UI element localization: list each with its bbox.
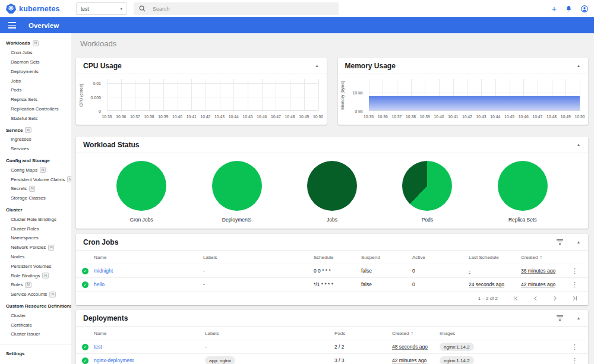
sidebar-item[interactable]: Daemon Sets [0,58,71,67]
sidebar-item[interactable]: Secrets N [0,184,71,194]
sidebar-item[interactable]: Namespaces [0,233,71,243]
sidebar-item-label: Service Accounts [11,292,47,297]
collapse-icon[interactable]: ▴ [576,63,581,68]
col-labels[interactable]: Labels [203,255,314,260]
sidebar-item[interactable]: Cron Jobs [0,48,71,58]
sidebar-item[interactable]: Persistent Volumes [0,261,71,271]
create-resource-button[interactable]: + [552,5,557,13]
sidebar-item[interactable]: Settings [0,349,71,359]
sidebar-item[interactable]: Roles N [0,280,71,290]
sidebar-item[interactable]: Persistent Volume Claims N [0,175,71,184]
first-page-icon[interactable] [513,296,519,301]
page-title: Workloads [80,39,588,48]
resource-link[interactable]: nginx-deployment [94,357,134,363]
collapse-icon[interactable]: ▴ [576,315,581,321]
cron-jobs-table-body: ✓ midnight - 0 0 * * * false 0 - 36 minu… [76,264,588,291]
collapse-icon[interactable]: ▴ [576,239,581,245]
row-menu-button[interactable]: ⋮ [569,267,580,274]
cell-labels: - [203,268,314,274]
namespace-value: test [81,6,89,12]
sidebar-item-label: Custom Resource Definitions [6,303,71,309]
sort-arrow-icon: ↑ [539,255,542,260]
col-images[interactable]: Images [440,331,569,336]
namespaced-badge: N [25,282,31,288]
status-pie-label: Jobs [327,217,337,223]
account-icon[interactable] [581,5,588,12]
cpu-usage-chart: CPU (cores) 00.0050.01 10:3510:3610:3710… [76,74,327,124]
col-created[interactable]: Created↑ [521,255,569,260]
col-schedule[interactable]: Schedule [314,255,361,260]
resource-link[interactable]: midnight [94,268,113,274]
col-pods[interactable]: Pods [334,331,392,336]
row-menu-button[interactable]: ⋮ [569,357,580,364]
sidebar-item-label: Certificate [11,322,32,328]
sidebar-item-label: Replica Sets [11,97,37,102]
search-input[interactable] [153,6,307,12]
sidebar-item-label: Config Maps [11,167,37,173]
sidebar-nav: Workloads N Cron Jobs Daemon Sets Deploy… [0,33,71,364]
sidebar-item[interactable]: Network Policies N [0,243,71,252]
sidebar-item[interactable]: Replication Controllers [0,105,71,114]
sidebar-item[interactable]: Config Maps N [0,165,71,175]
sidebar-item[interactable] [0,344,71,344]
sidebar-item[interactable]: Config and Storage [0,156,71,166]
collapse-icon[interactable]: ▴ [314,63,319,68]
sidebar-item[interactable]: Storage Classes [0,194,71,203]
status-ok-icon: ✓ [82,281,89,288]
col-labels[interactable]: Labels [205,331,334,336]
cell-created: 48 seconds ago [392,344,428,350]
sidebar-item[interactable]: Service N [0,125,71,135]
sidebar-item[interactable]: Cluster [0,205,71,215]
row-menu-button[interactable]: ⋮ [569,343,580,350]
sidebar-item[interactable]: Services [0,144,71,154]
col-created[interactable]: Created↑ [392,331,440,336]
sidebar-item[interactable]: Jobs [0,76,71,86]
sidebar-item[interactable]: Pods [0,86,71,95]
sidebar-item[interactable]: About [0,361,71,364]
sidebar-item[interactable]: Replica Sets [0,95,71,105]
col-active[interactable]: Active [412,255,469,260]
kubernetes-logo[interactable]: ☸ kubernetes [6,0,60,17]
sidebar-item[interactable]: Cluster [0,311,71,320]
app-bar: Overview [0,17,594,33]
collapse-icon[interactable]: ▴ [576,142,581,147]
sidebar-item-label: Network Policies [11,245,46,250]
sidebar-item[interactable]: Role Bindings N [0,271,71,280]
sidebar-item[interactable]: Certificate [0,320,71,330]
namespaced-badge: N [67,176,71,182]
cron-jobs-pagination: 1 – 2 of 2 [76,291,588,305]
col-name[interactable]: Name [94,331,205,336]
sidebar-item[interactable]: Stateful Sets [0,113,71,123]
row-menu-button[interactable]: ⋮ [569,281,580,288]
sidebar-item[interactable]: Nodes [0,252,71,262]
sidebar-item[interactable]: Service Accounts N [0,290,71,299]
deployments-card: Deployments ▴ Name Labels Pods Created↑ … [76,310,588,364]
notifications-bell-icon[interactable] [565,5,572,12]
sidebar-item[interactable]: Cluster Issuer [0,330,71,339]
prev-page-icon[interactable] [533,296,538,301]
sidebar-item[interactable]: Cluster Roles [0,224,71,233]
sidebar-item[interactable]: Deployments [0,67,71,76]
namespaced-badge: N [49,292,55,297]
col-last-schedule[interactable]: Last Schedule [469,255,521,260]
namespace-select[interactable]: test ▾ [76,2,127,15]
filter-icon[interactable] [557,239,563,245]
menu-hamburger-icon[interactable] [8,22,16,28]
filter-icon[interactable] [557,315,563,321]
sidebar-item[interactable]: Ingresses [0,135,71,144]
col-name[interactable]: Name [94,255,203,260]
resource-link[interactable]: hello [94,281,105,287]
sidebar-item[interactable]: Cluster Role Bindings [0,214,71,224]
cell-created: 36 minutes ago [521,268,555,274]
cpu-usage-header: CPU Usage ▴ [76,58,327,74]
last-page-icon[interactable] [572,296,577,301]
status-pie: Jobs [287,161,377,223]
resource-link[interactable]: test [94,344,102,350]
col-suspend[interactable]: Suspend [361,255,412,260]
sidebar-item-label: Secrets [11,186,27,191]
next-page-icon[interactable] [552,296,558,301]
sidebar-item[interactable]: Custom Resource Definitions [0,302,71,311]
search-bar[interactable] [134,2,339,15]
sidebar-item[interactable]: Workloads N [0,39,71,48]
cell-pods: 2 / 2 [334,344,392,350]
